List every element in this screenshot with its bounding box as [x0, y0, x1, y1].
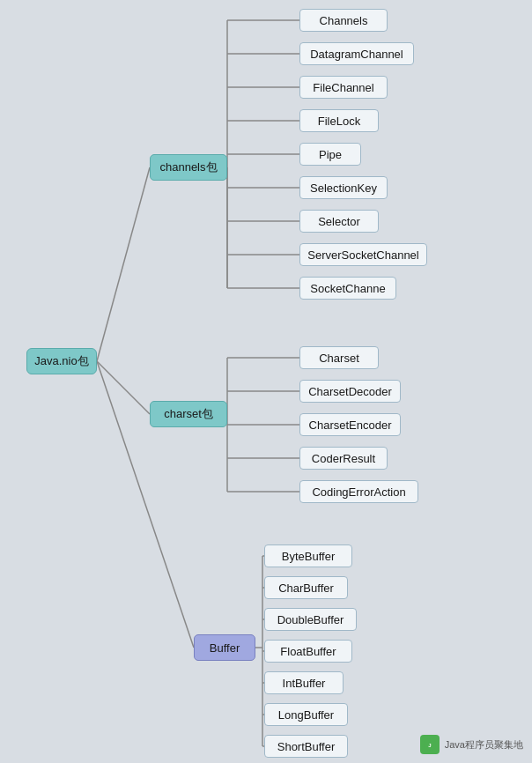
leaf-datagramchannel: DatagramChannel [299, 42, 414, 65]
leaf-charsetdecoder: CharsetDecoder [299, 380, 401, 403]
leaf-longbuffer: LongBuffer [264, 703, 348, 726]
buffer-node: Buffer [194, 634, 255, 661]
leaf-bytebuffer: ByteBuffer [264, 544, 352, 567]
leaf-socketchanne: SocketChanne [299, 277, 396, 300]
leaf-selector: Selector [299, 210, 379, 233]
leaf-filechannel: FileChannel [299, 76, 388, 99]
leaf-selectionkey: SelectionKey [299, 176, 388, 199]
leaf-charsetencoder: CharsetEncoder [299, 413, 401, 436]
watermark-label: Java程序员聚集地 [445, 738, 523, 752]
leaf-charset: Charset [299, 346, 379, 369]
svg-text:J: J [428, 743, 431, 748]
leaf-channels: Channels [299, 9, 388, 32]
charset-node: charset包 [150, 401, 227, 427]
leaf-floatbuffer: FloatBuffer [264, 640, 352, 663]
leaf-coderresult: CoderResult [299, 447, 388, 470]
leaf-doublebuffer: DoubleBuffer [264, 608, 357, 631]
leaf-codingerroraction: CodingErrorAction [299, 480, 418, 503]
watermark: J Java程序员聚集地 [420, 735, 523, 754]
channels-node: channels包 [150, 154, 227, 181]
leaf-pipe: Pipe [299, 143, 361, 166]
leaf-filelock: FileLock [299, 109, 379, 132]
leaf-serversocketchannel: ServerSocketChannel [299, 243, 427, 266]
svg-line-1 [97, 361, 150, 414]
watermark-icon: J [420, 735, 440, 754]
diagram: Java.nio包 channels包 Channels DatagramCha… [0, 0, 532, 763]
leaf-charbuffer: CharBuffer [264, 576, 348, 599]
leaf-intbuffer: IntBuffer [264, 671, 344, 694]
svg-line-0 [97, 167, 150, 361]
leaf-shortbuffer: ShortBuffer [264, 735, 348, 758]
root-node: Java.nio包 [26, 348, 97, 374]
